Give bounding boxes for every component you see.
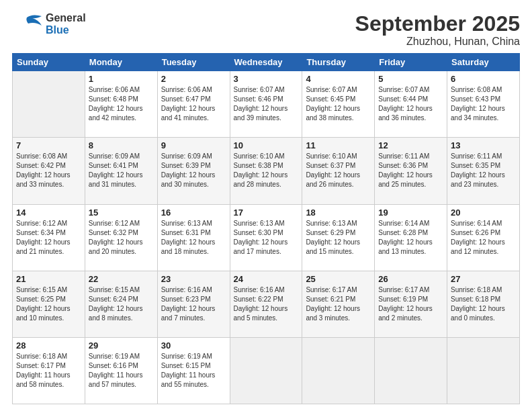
day-number: 24 [234, 274, 299, 284]
day-info: Sunrise: 6:18 AM Sunset: 6:18 PM Dayligh… [451, 285, 516, 323]
calendar-cell: 7Sunrise: 6:08 AM Sunset: 6:42 PM Daylig… [13, 138, 85, 204]
calendar-cell: 29Sunrise: 6:19 AM Sunset: 6:16 PM Dayli… [85, 337, 157, 404]
header-tuesday: Tuesday [157, 54, 230, 71]
logo: General Blue [12, 12, 86, 36]
day-number: 6 [451, 74, 516, 84]
calendar-cell: 1Sunrise: 6:06 AM Sunset: 6:48 PM Daylig… [85, 71, 157, 138]
week-row-2: 7Sunrise: 6:08 AM Sunset: 6:42 PM Daylig… [13, 138, 520, 204]
day-info: Sunrise: 6:14 AM Sunset: 6:28 PM Dayligh… [378, 219, 443, 257]
calendar-cell: 13Sunrise: 6:11 AM Sunset: 6:35 PM Dayli… [447, 138, 520, 204]
day-number: 2 [161, 74, 226, 84]
calendar-cell: 28Sunrise: 6:18 AM Sunset: 6:17 PM Dayli… [13, 337, 85, 404]
day-number: 17 [234, 208, 299, 218]
day-info: Sunrise: 6:09 AM Sunset: 6:39 PM Dayligh… [161, 152, 226, 189]
day-info: Sunrise: 6:13 AM Sunset: 6:31 PM Dayligh… [161, 219, 226, 257]
calendar-cell: 20Sunrise: 6:14 AM Sunset: 6:26 PM Dayli… [447, 204, 520, 271]
day-info: Sunrise: 6:17 AM Sunset: 6:21 PM Dayligh… [306, 285, 371, 323]
calendar-cell: 11Sunrise: 6:10 AM Sunset: 6:37 PM Dayli… [302, 138, 375, 204]
page-subtitle: Zhuzhou, Hunan, China [355, 36, 520, 48]
calendar-cell: 23Sunrise: 6:16 AM Sunset: 6:23 PM Dayli… [157, 271, 230, 337]
calendar-cell: 30Sunrise: 6:19 AM Sunset: 6:15 PM Dayli… [157, 337, 230, 404]
logo-bird-icon [12, 13, 42, 35]
day-number: 22 [89, 274, 154, 284]
calendar-cell: 21Sunrise: 6:15 AM Sunset: 6:25 PM Dayli… [13, 271, 85, 337]
day-info: Sunrise: 6:15 AM Sunset: 6:24 PM Dayligh… [89, 285, 154, 323]
day-number: 15 [89, 208, 154, 218]
page-title: September 2025 [355, 12, 520, 36]
day-info: Sunrise: 6:08 AM Sunset: 6:42 PM Dayligh… [16, 152, 81, 189]
calendar-cell: 4Sunrise: 6:07 AM Sunset: 6:45 PM Daylig… [302, 71, 375, 138]
day-number: 5 [378, 74, 443, 84]
header: General Blue September 2025 Zhuzhou, Hun… [12, 12, 520, 48]
day-info: Sunrise: 6:16 AM Sunset: 6:23 PM Dayligh… [161, 285, 226, 323]
header-sunday: Sunday [13, 54, 85, 71]
calendar-table: SundayMondayTuesdayWednesdayThursdayFrid… [12, 53, 520, 404]
calendar-cell: 18Sunrise: 6:13 AM Sunset: 6:29 PM Dayli… [302, 204, 375, 271]
calendar-cell [302, 337, 375, 404]
day-info: Sunrise: 6:07 AM Sunset: 6:44 PM Dayligh… [378, 85, 443, 123]
day-number: 7 [16, 140, 81, 150]
day-info: Sunrise: 6:13 AM Sunset: 6:30 PM Dayligh… [234, 219, 299, 257]
day-info: Sunrise: 6:11 AM Sunset: 6:36 PM Dayligh… [378, 152, 443, 189]
day-info: Sunrise: 6:14 AM Sunset: 6:26 PM Dayligh… [451, 219, 516, 257]
day-info: Sunrise: 6:12 AM Sunset: 6:32 PM Dayligh… [89, 219, 154, 257]
day-info: Sunrise: 6:15 AM Sunset: 6:25 PM Dayligh… [16, 285, 81, 323]
day-info: Sunrise: 6:12 AM Sunset: 6:34 PM Dayligh… [16, 219, 81, 257]
week-row-1: 1Sunrise: 6:06 AM Sunset: 6:48 PM Daylig… [13, 71, 520, 138]
day-number: 10 [234, 140, 299, 150]
day-number: 9 [161, 140, 226, 150]
day-info: Sunrise: 6:11 AM Sunset: 6:35 PM Dayligh… [451, 152, 516, 189]
calendar-cell: 3Sunrise: 6:07 AM Sunset: 6:46 PM Daylig… [230, 71, 302, 138]
calendar-cell: 6Sunrise: 6:08 AM Sunset: 6:43 PM Daylig… [447, 71, 520, 138]
day-info: Sunrise: 6:09 AM Sunset: 6:41 PM Dayligh… [89, 152, 154, 189]
calendar-cell: 9Sunrise: 6:09 AM Sunset: 6:39 PM Daylig… [157, 138, 230, 204]
day-number: 8 [89, 140, 154, 150]
title-block: September 2025 Zhuzhou, Hunan, China [355, 12, 520, 48]
calendar-cell: 27Sunrise: 6:18 AM Sunset: 6:18 PM Dayli… [447, 271, 520, 337]
day-number: 23 [161, 274, 226, 284]
calendar-cell [447, 337, 520, 404]
day-info: Sunrise: 6:18 AM Sunset: 6:17 PM Dayligh… [16, 352, 81, 390]
day-number: 16 [161, 208, 226, 218]
header-saturday: Saturday [447, 54, 520, 71]
calendar-cell: 17Sunrise: 6:13 AM Sunset: 6:30 PM Dayli… [230, 204, 302, 271]
day-number: 21 [16, 274, 81, 284]
day-number: 4 [306, 74, 371, 84]
header-monday: Monday [85, 54, 157, 71]
day-number: 11 [306, 140, 371, 150]
header-thursday: Thursday [302, 54, 375, 71]
calendar-header-row: SundayMondayTuesdayWednesdayThursdayFrid… [13, 54, 520, 71]
calendar-cell: 14Sunrise: 6:12 AM Sunset: 6:34 PM Dayli… [13, 204, 85, 271]
calendar-cell: 26Sunrise: 6:17 AM Sunset: 6:19 PM Dayli… [375, 271, 447, 337]
calendar-cell: 5Sunrise: 6:07 AM Sunset: 6:44 PM Daylig… [375, 71, 447, 138]
page: General Blue September 2025 Zhuzhou, Hun… [0, 0, 532, 411]
calendar-cell [230, 337, 302, 404]
day-number: 1 [89, 74, 154, 84]
day-info: Sunrise: 6:06 AM Sunset: 6:47 PM Dayligh… [161, 85, 226, 123]
day-info: Sunrise: 6:08 AM Sunset: 6:43 PM Dayligh… [451, 85, 516, 123]
calendar-cell: 8Sunrise: 6:09 AM Sunset: 6:41 PM Daylig… [85, 138, 157, 204]
day-info: Sunrise: 6:06 AM Sunset: 6:48 PM Dayligh… [89, 85, 154, 123]
day-info: Sunrise: 6:07 AM Sunset: 6:45 PM Dayligh… [306, 85, 371, 123]
day-info: Sunrise: 6:19 AM Sunset: 6:16 PM Dayligh… [89, 352, 154, 390]
day-number: 18 [306, 208, 371, 218]
week-row-4: 21Sunrise: 6:15 AM Sunset: 6:25 PM Dayli… [13, 271, 520, 337]
header-friday: Friday [375, 54, 447, 71]
day-info: Sunrise: 6:16 AM Sunset: 6:22 PM Dayligh… [234, 285, 299, 323]
day-number: 29 [89, 340, 154, 351]
calendar-cell [375, 337, 447, 404]
calendar-cell: 12Sunrise: 6:11 AM Sunset: 6:36 PM Dayli… [375, 138, 447, 204]
day-number: 13 [451, 140, 516, 150]
calendar-cell [13, 71, 85, 138]
calendar-cell: 2Sunrise: 6:06 AM Sunset: 6:47 PM Daylig… [157, 71, 230, 138]
day-number: 25 [306, 274, 371, 284]
day-number: 28 [16, 340, 81, 351]
calendar-cell: 15Sunrise: 6:12 AM Sunset: 6:32 PM Dayli… [85, 204, 157, 271]
day-info: Sunrise: 6:07 AM Sunset: 6:46 PM Dayligh… [234, 85, 299, 123]
calendar-cell: 25Sunrise: 6:17 AM Sunset: 6:21 PM Dayli… [302, 271, 375, 337]
day-info: Sunrise: 6:10 AM Sunset: 6:37 PM Dayligh… [306, 152, 371, 189]
calendar-cell: 19Sunrise: 6:14 AM Sunset: 6:28 PM Dayli… [375, 204, 447, 271]
week-row-5: 28Sunrise: 6:18 AM Sunset: 6:17 PM Dayli… [13, 337, 520, 404]
day-number: 12 [378, 140, 443, 150]
calendar-cell: 22Sunrise: 6:15 AM Sunset: 6:24 PM Dayli… [85, 271, 157, 337]
